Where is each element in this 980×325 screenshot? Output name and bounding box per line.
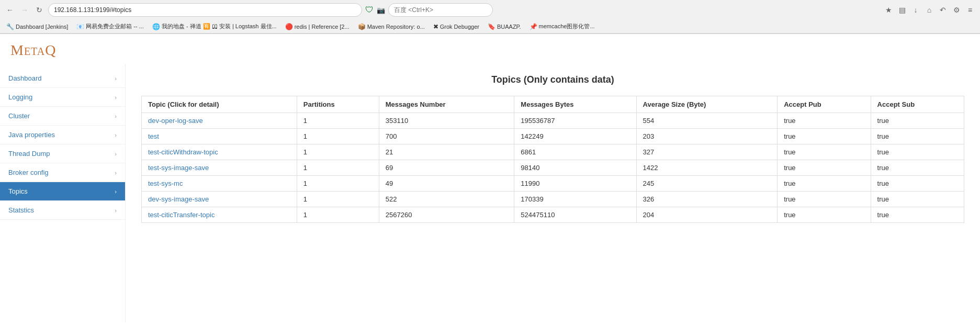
bookmark-grok[interactable]: ✖ Grok Debugger: [431, 22, 481, 31]
download-button[interactable]: ↓: [910, 4, 921, 16]
col-header-partitions: Partitions: [297, 96, 379, 113]
chevron-icon: ›: [115, 188, 117, 195]
home-button[interactable]: ⌂: [923, 4, 935, 16]
topic-link[interactable]: test-citicTransfer-topic: [148, 211, 215, 219]
table-row: dev-sys-image-save 1 522 170339 326 true…: [142, 192, 964, 207]
app-body: Dashboard › Logging › Cluster › Java pro…: [0, 64, 980, 322]
cell-accept-sub: true: [871, 144, 964, 160]
browser-chrome: ← → ↻ 🛡 📷 ★ ▤ ↓ ⌂ ↶ ⚙ ≡ 🔧 Dashboard [Jen…: [0, 0, 980, 34]
app-logo: MetaQ: [10, 42, 970, 59]
sidebar-item-java-properties[interactable]: Java properties ›: [0, 126, 125, 144]
sidebar-item-topics[interactable]: Topics ›: [0, 182, 125, 201]
bookmark-myplace[interactable]: 🌐 我的地盘 - 禅道 🈶 🕮 安装 | Logstash 最佳...: [150, 21, 279, 31]
cell-accept-sub: true: [871, 207, 964, 223]
main-content: Topics (Only contains data) Topic (Click…: [126, 64, 980, 322]
bookmark-myplace-label: 我的地盘 - 禅道 🈶 🕮 安装 | Logstash 最佳...: [162, 23, 277, 30]
bookmarks-bar: 🔧 Dashboard [Jenkins] 📧 网易免费企业邮箱 -- ... …: [0, 20, 980, 33]
table-row: test-sys-image-save 1 69 98140 1422 true…: [142, 160, 964, 176]
cell-messages-bytes: 11990: [514, 176, 636, 192]
sidebar: Dashboard › Logging › Cluster › Java pro…: [0, 64, 126, 322]
topic-link[interactable]: test: [148, 132, 159, 140]
sidebar-item-logging[interactable]: Logging ›: [0, 88, 125, 107]
table-row: test-citicTransfer-topic 1 2567260 52447…: [142, 207, 964, 223]
col-header-accept-pub: Accept Pub: [778, 96, 871, 113]
cell-accept-pub: true: [778, 129, 871, 144]
col-header-messages-bytes: Messages Bytes: [514, 96, 636, 113]
bookmark-buaazp[interactable]: 🔖 BUAAZP.: [486, 22, 523, 31]
bookmark-grok-label: Grok Debugger: [440, 24, 479, 30]
cell-avg-size: 554: [636, 113, 778, 129]
topic-link[interactable]: test-citicWithdraw-topic: [148, 148, 218, 156]
cell-messages-number: 522: [379, 192, 514, 207]
cell-topic: test-sys-image-save: [142, 160, 297, 176]
cell-avg-size: 203: [636, 129, 778, 144]
sidebar-broker-config-label: Broker config: [8, 169, 49, 176]
table-row: test-citicWithdraw-topic 1 21 6861 327 t…: [142, 144, 964, 160]
col-header-topic: Topic (Click for detail): [142, 96, 297, 113]
bookmark-email[interactable]: 📧 网易免费企业邮箱 -- ...: [74, 21, 146, 31]
menu-button[interactable]: ≡: [964, 4, 976, 16]
bookmark-redis[interactable]: 🔴 redis | Reference [2...: [283, 22, 352, 31]
bookmark-maven[interactable]: 📦 Maven Repository: o...: [356, 22, 427, 31]
sidebar-dashboard-label: Dashboard: [8, 74, 42, 82]
cell-accept-sub: true: [871, 160, 964, 176]
memcache-favicon: 📌: [530, 23, 537, 30]
bookmark-jenkins[interactable]: 🔧 Dashboard [Jenkins]: [4, 22, 70, 31]
forward-button[interactable]: →: [19, 4, 30, 16]
topic-link[interactable]: dev-oper-log-save: [148, 117, 203, 125]
sidebar-cluster-label: Cluster: [8, 112, 30, 120]
table-row: test 1 700 142249 203 true true: [142, 129, 964, 144]
bookmark-jenkins-label: Dashboard [Jenkins]: [16, 24, 68, 30]
cell-partitions: 1: [297, 129, 379, 144]
cell-accept-sub: true: [871, 113, 964, 129]
history-back-button[interactable]: ↶: [937, 4, 949, 16]
bookmark-buaazp-label: BUAAZP.: [497, 24, 521, 30]
buaazp-favicon: 🔖: [488, 23, 495, 30]
topic-link[interactable]: dev-sys-image-save: [148, 195, 209, 203]
cell-messages-bytes: 142249: [514, 129, 636, 144]
sidebar-item-cluster[interactable]: Cluster ›: [0, 107, 125, 126]
topic-link[interactable]: test-sys-mc: [148, 180, 183, 187]
browser-search-input[interactable]: [388, 3, 493, 17]
sidebar-item-broker-config[interactable]: Broker config ›: [0, 163, 125, 182]
chevron-icon: ›: [115, 94, 117, 100]
table-header: Topic (Click for detail) Partitions Mess…: [142, 96, 964, 113]
cell-accept-pub: true: [778, 207, 871, 223]
col-header-messages-number: Messages Number: [379, 96, 514, 113]
cell-topic: dev-oper-log-save: [142, 113, 297, 129]
address-bar[interactable]: [48, 3, 362, 17]
cell-messages-number: 700: [379, 129, 514, 144]
back-button[interactable]: ←: [4, 4, 16, 16]
table-header-row: Topic (Click for detail) Partitions Mess…: [142, 96, 964, 113]
cell-messages-number: 69: [379, 160, 514, 176]
page-title: Topics (Only contains data): [141, 74, 964, 85]
cell-topic: dev-sys-image-save: [142, 192, 297, 207]
chevron-icon: ›: [115, 151, 117, 157]
cell-avg-size: 327: [636, 144, 778, 160]
bookmark-memcache[interactable]: 📌 memcache图形化管...: [527, 21, 597, 31]
sidebar-statstics-label: Statstics: [8, 206, 34, 214]
chevron-icon: ›: [115, 132, 117, 138]
jenkins-favicon: 🔧: [6, 23, 14, 30]
sidebar-item-statstics[interactable]: Statstics ›: [0, 201, 125, 220]
cell-accept-pub: true: [778, 160, 871, 176]
myplace-favicon: 🌐: [152, 23, 160, 30]
topic-link[interactable]: test-sys-image-save: [148, 164, 209, 172]
cell-messages-bytes: 170339: [514, 192, 636, 207]
browser-icons: ★ ▤ ↓ ⌂ ↶ ⚙ ≡: [883, 4, 976, 16]
cell-accept-pub: true: [778, 192, 871, 207]
redis-favicon: 🔴: [285, 23, 293, 30]
reader-mode-button[interactable]: ▤: [896, 4, 908, 16]
cell-messages-bytes: 524475110: [514, 207, 636, 223]
bookmark-star-button[interactable]: ★: [883, 4, 894, 16]
reload-button[interactable]: ↻: [33, 4, 45, 16]
sidebar-item-thread-dump[interactable]: Thread Dump ›: [0, 144, 125, 163]
cell-accept-sub: true: [871, 129, 964, 144]
topics-table: Topic (Click for detail) Partitions Mess…: [141, 96, 964, 223]
bookmark-redis-label: redis | Reference [2...: [295, 24, 350, 30]
sidebar-item-dashboard[interactable]: Dashboard ›: [0, 69, 125, 88]
cell-messages-bytes: 6861: [514, 144, 636, 160]
settings-button[interactable]: ⚙: [951, 4, 962, 16]
cell-topic: test-citicTransfer-topic: [142, 207, 297, 223]
sidebar-thread-dump-label: Thread Dump: [8, 150, 50, 158]
